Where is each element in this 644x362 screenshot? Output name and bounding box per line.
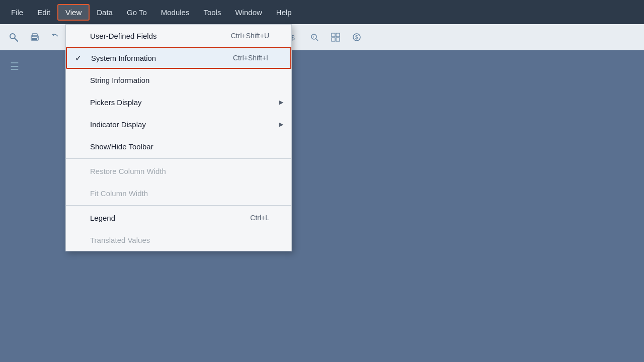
zoom-icon[interactable]: +	[305, 28, 324, 47]
svg-rect-22	[332, 33, 335, 37]
search-icon[interactable]	[4, 28, 23, 47]
menubar-item-file[interactable]: File	[4, 5, 30, 20]
menu-separator-1	[66, 158, 291, 159]
menu-item-user-defined-fields[interactable]: User-Defined Fields Ctrl+Shift+U	[66, 25, 291, 47]
svg-line-20	[316, 39, 318, 41]
svg-rect-25	[336, 38, 340, 41]
svg-text:+: +	[312, 35, 315, 39]
svg-rect-24	[332, 38, 335, 41]
menu-item-label: String Information	[90, 76, 149, 84]
menubar-item-view[interactable]: View	[57, 4, 90, 21]
svg-point-5	[37, 37, 38, 38]
check-icon: ✓	[75, 53, 82, 63]
menu-item-shortcut: Ctrl+L	[250, 214, 269, 222]
svg-line-1	[15, 38, 18, 41]
menubar-item-edit[interactable]: Edit	[30, 5, 57, 20]
menu-item-system-information[interactable]: ✓ System Information Ctrl+Shift+I	[66, 47, 291, 69]
menu-item-indicator-display[interactable]: Indicator Display	[66, 113, 291, 135]
view-dropdown-menu: User-Defined Fields Ctrl+Shift+U ✓ Syste…	[65, 24, 292, 251]
menu-item-label: Indicator Display	[90, 120, 146, 129]
menubar-item-goto[interactable]: Go To	[120, 5, 154, 20]
menu-item-label: Restore Column Width	[90, 167, 166, 175]
menubar-item-data[interactable]: Data	[90, 5, 120, 20]
menu-item-pickers-display[interactable]: Pickers Display	[66, 91, 291, 113]
menubar-item-modules[interactable]: Modules	[154, 5, 197, 20]
currency-icon[interactable]: $	[347, 28, 366, 47]
menubar-item-help[interactable]: Help	[269, 5, 299, 20]
menubar-item-window[interactable]: Window	[228, 5, 269, 20]
svg-rect-23	[336, 33, 340, 37]
menu-item-shortcut: Ctrl+Shift+U	[231, 32, 269, 40]
svg-rect-3	[32, 34, 37, 37]
svg-text:$: $	[355, 35, 358, 40]
menu-item-label: User-Defined Fields	[90, 32, 157, 40]
menu-item-label: Translated Values	[90, 236, 150, 244]
print-icon[interactable]	[25, 28, 44, 47]
menu-item-label: Show/Hide Toolbar	[90, 142, 153, 151]
menu-separator-2	[66, 205, 291, 206]
hamburger-icon[interactable]: ☰	[6, 56, 23, 76]
undo-icon[interactable]	[46, 28, 65, 47]
menubar: File Edit View Data Go To Modules Tools …	[0, 0, 644, 24]
grid-icon[interactable]	[326, 28, 345, 47]
menu-item-string-information[interactable]: String Information	[66, 69, 291, 91]
menu-item-translated-values: Translated Values	[66, 229, 291, 251]
menu-item-show-hide-toolbar[interactable]: Show/Hide Toolbar	[66, 135, 291, 157]
menu-item-label: Pickers Display	[90, 98, 142, 107]
menu-item-label: Legend	[90, 214, 115, 222]
menu-item-legend[interactable]: Legend Ctrl+L	[66, 207, 291, 229]
menu-item-label: System Information	[91, 54, 156, 62]
menubar-item-tools[interactable]: Tools	[196, 5, 228, 20]
menu-item-fit-column-width: Fit Column Width	[66, 182, 291, 204]
menu-item-shortcut: Ctrl+Shift+I	[233, 54, 268, 62]
menu-item-label: Fit Column Width	[90, 189, 148, 198]
svg-rect-4	[32, 38, 37, 40]
menu-item-restore-column-width: Restore Column Width	[66, 160, 291, 182]
